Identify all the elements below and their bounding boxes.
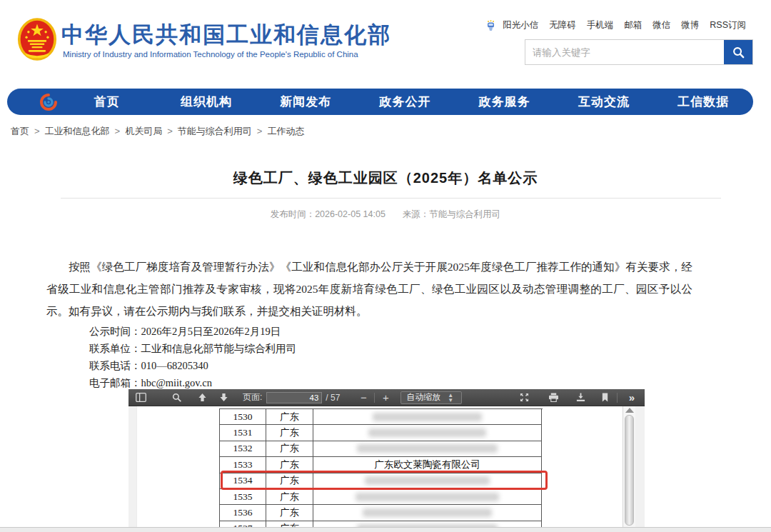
title-divider — [61, 198, 721, 199]
redacted-text-blob — [365, 476, 490, 485]
zoom-mode-select[interactable]: 自动缩放 ▲▼ — [400, 391, 462, 404]
breadcrumb-label: 首页 — [11, 126, 29, 136]
table-row: 1531 广东 — [220, 425, 543, 441]
breadcrumb-item[interactable]: 机关司局> — [125, 125, 178, 138]
cell-serial-number: 1534 — [220, 473, 266, 489]
sidebar-toggle-button[interactable] — [131, 389, 150, 406]
site-header: 中华人民共和国工业和信息化部 Ministry of Industry and … — [0, 0, 771, 84]
site-subtitle: Ministry of Industry and Information Tec… — [63, 50, 358, 59]
nav-item[interactable]: 新闻发布 — [256, 94, 356, 110]
cell-company — [313, 521, 542, 527]
pdf-page: 1530 广东 1531 广东 — [137, 406, 623, 527]
sunshine-assistant-icon — [485, 20, 496, 31]
pdf-scrollbar[interactable] — [623, 406, 635, 527]
national-emblem-icon — [17, 17, 57, 61]
zoom-mode-value: 自动缩放 — [406, 391, 440, 403]
publish-time: 发布时间：2026-02-05 14:05 — [271, 209, 386, 219]
cell-company: 广东欧文莱陶瓷有限公司 — [313, 457, 542, 473]
bookmark-button[interactable] — [595, 389, 614, 406]
quick-link[interactable]: RSS订阅 — [710, 19, 746, 31]
nav-item[interactable]: 工信数据 — [654, 94, 753, 110]
contact-info-line: 公示时间：2026年2月5日至2026年2月19日 — [89, 323, 296, 340]
cell-serial-number: 1530 — [220, 409, 266, 425]
cell-serial-number: 1531 — [220, 425, 266, 441]
breadcrumb-separator: > — [167, 126, 173, 136]
cell-serial-number: 1533 — [220, 457, 266, 473]
scrollbar-thumb[interactable] — [625, 415, 634, 526]
breadcrumb-label: 工业和信息化部 — [45, 126, 110, 136]
cell-company — [313, 505, 542, 521]
table-row: 1535 广东 — [220, 489, 543, 505]
quick-link[interactable]: 阳光小信 — [503, 19, 538, 31]
site-title: 中华人民共和国工业和信息化部 — [61, 20, 391, 50]
next-page-button[interactable] — [214, 389, 233, 406]
table-row: 1532 广东 — [220, 441, 543, 457]
nav-item[interactable]: 组织机构 — [156, 94, 256, 110]
contact-info: 公示时间：2026年2月5日至2026年2月19日联系单位：工业和信息化部节能与… — [89, 323, 296, 391]
cell-company — [313, 425, 542, 441]
article-source: 来源：节能与综合利用司 — [403, 209, 501, 219]
nav-item[interactable]: 政务公开 — [356, 94, 455, 110]
nav-item[interactable]: 互动交流 — [554, 94, 653, 110]
contact-info-line: 联系电话：010—68205340 — [89, 357, 296, 374]
breadcrumb-separator: > — [257, 126, 263, 136]
find-button[interactable] — [166, 389, 187, 406]
print-button[interactable] — [543, 389, 564, 406]
redacted-text-blob — [357, 444, 498, 453]
more-tools-button[interactable]: » — [620, 389, 642, 406]
quick-link[interactable]: 手机端 — [587, 19, 614, 31]
search-icon — [732, 46, 745, 59]
table-row: 1537 广东 — [220, 521, 543, 527]
nav-item[interactable]: 首页 — [57, 94, 156, 110]
page-number-input[interactable] — [266, 392, 322, 403]
miit-swirl-logo-icon — [40, 94, 57, 111]
quick-link[interactable]: 微博 — [681, 19, 699, 31]
scroll-up-arrow-icon[interactable] — [625, 408, 634, 413]
cell-company — [313, 409, 542, 425]
breadcrumb-label: 节能与综合利用司 — [178, 126, 252, 136]
nav-items: 首页组织机构新闻发布政务公开政务服务互动交流工信数据 — [57, 94, 753, 110]
main-nav: 首页组织机构新闻发布政务公开政务服务互动交流工信数据 — [7, 89, 753, 115]
zoom-in-button[interactable]: + — [378, 389, 393, 406]
presentation-mode-button[interactable] — [514, 389, 534, 406]
cell-province: 广东 — [266, 521, 313, 527]
pdf-toolbar: 页面: / 57 − + 自动缩放 ▲▼ — [128, 389, 645, 406]
table-row: 1530 广东 — [220, 409, 543, 425]
redacted-text-blob — [363, 508, 493, 517]
contact-info-line: 联系单位：工业和信息化部节能与综合利用司 — [89, 340, 296, 357]
nav-item[interactable]: 政务服务 — [455, 94, 554, 110]
pdf-viewer: 页面: / 57 − + 自动缩放 ▲▼ — [128, 389, 645, 527]
breadcrumb-item[interactable]: 首页> — [11, 125, 45, 138]
quick-link[interactable]: 邮箱 — [624, 19, 642, 31]
quick-link[interactable]: 无障碍 — [549, 19, 576, 31]
breadcrumb-item[interactable]: 工业和信息化部> — [45, 125, 126, 138]
zoom-out-button[interactable]: − — [356, 389, 371, 406]
breadcrumb-separator: > — [34, 126, 40, 136]
breadcrumb-item[interactable]: 节能与综合利用司> — [178, 125, 268, 138]
cell-company — [313, 473, 542, 489]
cell-company — [313, 489, 542, 505]
previous-page-button[interactable] — [193, 389, 211, 406]
page-count: / 57 — [326, 393, 340, 403]
cell-company — [313, 441, 542, 457]
pdf-page-area: 1530 广东 1531 广东 — [128, 406, 645, 527]
page-number-label: 页面: — [243, 391, 262, 403]
quick-link[interactable]: 微信 — [652, 19, 670, 31]
cell-province: 广东 — [266, 409, 313, 425]
quick-links-list: 阳光小信无障碍手机端邮箱微信微博RSS订阅 — [503, 19, 746, 31]
cell-province: 广东 — [266, 505, 313, 521]
cell-serial-number: 1535 — [220, 489, 266, 505]
search-button[interactable] — [724, 40, 752, 64]
breadcrumb-item[interactable]: 工作动态> — [267, 125, 304, 138]
table-row: 1534 广东 — [220, 473, 543, 489]
cell-province: 广东 — [266, 489, 313, 505]
search-input[interactable] — [525, 40, 724, 64]
cell-serial-number: 1536 — [220, 505, 266, 521]
download-button[interactable] — [570, 389, 591, 406]
select-arrows-icon: ▲▼ — [448, 393, 453, 403]
page-title: 绿色工厂、绿色工业园区（2025年）名单公示 — [0, 169, 771, 188]
article-meta: 发布时间：2026-02-05 14:05来源：节能与综合利用司 — [0, 209, 771, 221]
table-row: 1533 广东 广东欧文莱陶瓷有限公司 — [220, 457, 543, 473]
cell-serial-number: 1537 — [220, 521, 266, 527]
redacted-text-blob — [368, 428, 487, 437]
